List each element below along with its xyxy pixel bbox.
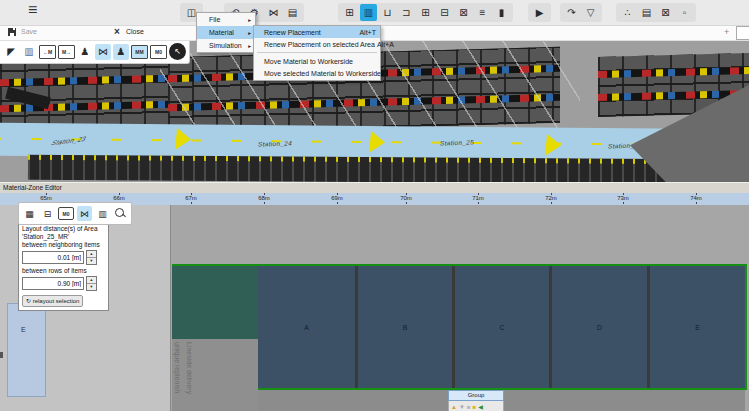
material-zone-d[interactable]: D — [549, 266, 647, 388]
material-zone-a[interactable]: A — [258, 266, 355, 388]
zone-label: E — [695, 324, 700, 331]
stepper-up-icon[interactable]: ▴ — [87, 277, 96, 284]
grid-edit-icon[interactable]: ⊠ — [657, 4, 674, 21]
table-view-icon[interactable]: ⊞ — [417, 4, 434, 21]
toolbar-group: ↷▽ — [560, 3, 602, 22]
stepper-down-icon[interactable]: ▾ — [87, 284, 96, 290]
ruler-tick: 72m — [536, 195, 566, 201]
move-up-icon[interactable]: ▲ — [451, 404, 457, 410]
submenu-item[interactable]: Move selected Material to Workerside — [254, 67, 380, 79]
worker-toggle-icon[interactable]: ♟ — [113, 44, 129, 60]
submenu-item[interactable]: Move Material to Workerside — [254, 55, 380, 67]
conveyor-icon[interactable]: ⊟ — [40, 206, 55, 221]
shelf-icon[interactable]: ▥ — [95, 206, 110, 221]
context-menu: File▸Material▸Simulation▸ — [196, 12, 256, 53]
editor-toolbar: ▦⊟M0⋈▥ — [18, 202, 132, 225]
submenu-arrow-icon: ▸ — [248, 43, 251, 49]
material-flow-left-icon[interactable]: ←M — [39, 45, 56, 59]
report-icon[interactable]: ▤ — [284, 4, 301, 21]
menu-item-file[interactable]: File▸ — [197, 13, 255, 26]
menu-item-label: Material — [209, 29, 234, 36]
bookmark-icon[interactable]: ▮ — [493, 4, 510, 21]
station-label: Station_25 — [440, 138, 474, 146]
lineside-zone[interactable]: Lineside delivery unique replenish — [172, 339, 258, 411]
shortcut-label: Alt+A — [375, 41, 394, 48]
editor-canvas[interactable]: Lineside delivery unique replenish ABCDE… — [0, 205, 749, 411]
stepper-up-icon[interactable]: ▴ — [87, 251, 96, 258]
filter-icon[interactable]: ▽ — [582, 4, 599, 21]
back-icon[interactable]: ◀ — [478, 404, 483, 410]
panel-title-line1: Layout distance(s) of Area — [22, 225, 105, 233]
corner-input[interactable] — [736, 26, 749, 40]
align-nodes-icon[interactable]: ∴ — [619, 4, 636, 21]
menu-item-label: File — [209, 16, 220, 23]
close-button[interactable]: Close — [126, 28, 144, 35]
ruler-tick: 74m — [681, 195, 711, 201]
ruler-tick: 71m — [463, 195, 493, 201]
save-button[interactable]: Save — [21, 28, 37, 35]
unlock-icon[interactable]: ■ — [467, 404, 471, 410]
ruler-tick: 66m — [104, 195, 134, 201]
ruler-tick: 73m — [608, 195, 638, 201]
submenu-arrow-icon: ▸ — [248, 30, 251, 36]
clipped-marker — [0, 352, 3, 358]
material-zero-icon[interactable]: M0 — [58, 207, 74, 220]
trash-icon[interactable]: ⊔ — [379, 4, 396, 21]
toolbar-group: ⊞▥⊔⊐⊞⊟⊠≡▮ — [338, 3, 513, 22]
row-distance-input[interactable] — [22, 277, 84, 290]
add-view-button[interactable]: + — [724, 27, 729, 37]
clipboard-icon[interactable]: ▤ — [638, 4, 655, 21]
grid-icon[interactable]: ▦ — [22, 206, 37, 221]
table-add-icon[interactable]: ⊟ — [436, 4, 453, 21]
shortcut-label: Alt+T — [357, 29, 376, 36]
teal-zone[interactable] — [172, 266, 258, 339]
neighbor-distance-input[interactable] — [22, 251, 84, 264]
submenu-item-label: Renew Placement — [264, 29, 321, 36]
workbench-filter-icon[interactable]: ⋈ — [77, 206, 92, 221]
main-toolbar: ≡ ◫↶⚙⋈▤⊞▥⊔⊐⊞⊟⊠≡▮▶↷▽∴▤⊠▫ — [0, 0, 749, 26]
pointer-tool-icon[interactable]: ◤ — [3, 44, 19, 60]
menu-item-material[interactable]: Material▸ — [197, 26, 255, 39]
left-zone-label: E — [21, 326, 26, 333]
zone-border-right — [745, 264, 747, 390]
stepper-down-icon[interactable]: ▾ — [87, 258, 96, 264]
material-empty-icon[interactable]: M0 — [150, 45, 167, 59]
submenu-item[interactable]: Renew Placement on selected AreaAlt+A — [254, 38, 380, 50]
play-simulation-icon[interactable]: ▶ — [531, 4, 548, 21]
transport-icon[interactable]: ⊐ — [398, 4, 415, 21]
layers-icon[interactable]: ≡ — [474, 4, 491, 21]
shelf-panel-icon[interactable]: ▥ — [21, 44, 37, 60]
station-label: Station_24 — [258, 139, 292, 147]
material-full-icon[interactable]: MM — [131, 45, 148, 59]
move-down-icon[interactable]: ▼ — [459, 404, 465, 410]
zoom-icon[interactable] — [113, 206, 128, 221]
workbench-icon[interactable]: ⋈ — [265, 4, 282, 21]
material-zone-e[interactable]: E — [647, 266, 745, 388]
hamburger-menu-icon[interactable]: ≡ — [28, 1, 37, 19]
submenu-item-label: Move selected Material to Workerside — [264, 70, 381, 77]
submenu-arrow-icon: ▸ — [248, 17, 251, 23]
relayout-selection-button[interactable]: ↻ relayout selection — [22, 295, 83, 307]
frame-tool-icon[interactable]: ⊞ — [341, 4, 358, 21]
neighbor-distance-label: between neighboring items — [22, 241, 105, 249]
row-distance-stepper[interactable]: ▴▾ — [86, 276, 97, 291]
submenu-item[interactable]: Renew PlacementAlt+T — [254, 26, 380, 38]
material-zone-editor-icon[interactable]: ▥ — [360, 4, 377, 21]
left-material-zone[interactable]: E — [7, 303, 46, 397]
workbench-toggle-icon[interactable]: ⋈ — [95, 44, 111, 60]
cursor-mode-icon[interactable]: ↖ — [169, 43, 186, 60]
material-zone-b[interactable]: B — [355, 266, 452, 388]
neighbor-distance-stepper[interactable]: ▴▾ — [86, 250, 97, 265]
lock-icon[interactable]: ■ — [473, 404, 477, 410]
submenu-item-label: Renew Placement on selected Area — [264, 41, 375, 48]
toolbar-group: ∴▤⊠▫ — [616, 3, 696, 22]
zone-label: A — [304, 324, 309, 331]
menu-item-simulation[interactable]: Simulation▸ — [197, 39, 255, 52]
material-flow-right-icon[interactable]: M→ — [58, 45, 75, 59]
pin-history-icon[interactable]: ↷ — [563, 4, 580, 21]
selection-export-icon[interactable]: ▫ — [676, 4, 693, 21]
ruler-tick: 67m — [176, 195, 206, 201]
worker-station-icon[interactable]: ♟ — [77, 44, 93, 60]
table-remove-icon[interactable]: ⊠ — [455, 4, 472, 21]
material-zone-c[interactable]: C — [452, 266, 549, 388]
